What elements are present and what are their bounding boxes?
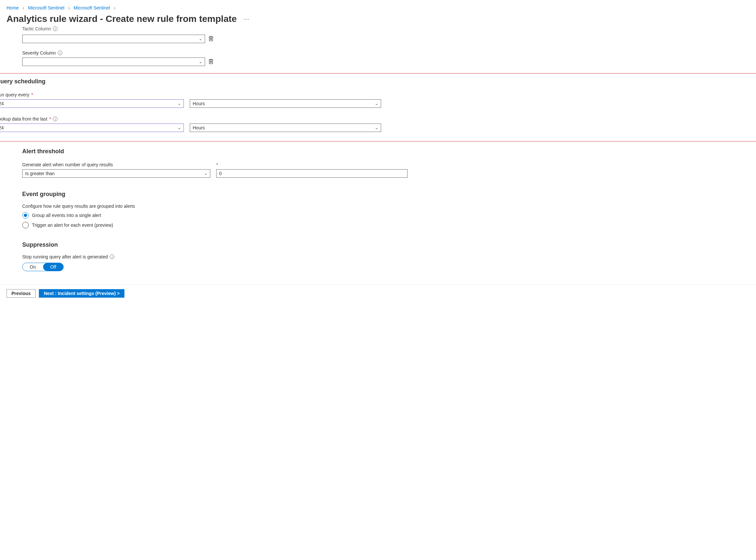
info-icon[interactable]: i <box>110 255 114 259</box>
severity-column-select[interactable]: ⌄ <box>22 58 205 66</box>
info-icon[interactable]: i <box>53 26 58 31</box>
more-icon[interactable]: ⋯ <box>243 15 250 23</box>
event-grouping-heading: Event grouping <box>22 191 750 198</box>
event-grouping-desc: Configure how rule query results are gro… <box>22 203 750 209</box>
chevron-right-icon: › <box>68 5 70 11</box>
alert-threshold-heading: Alert threshold <box>22 148 750 155</box>
page-title: Analytics rule wizard - Create new rule … <box>6 14 237 24</box>
query-scheduling-heading: Query scheduling <box>0 78 756 85</box>
info-icon[interactable]: i <box>53 117 58 121</box>
footer-actions: Previous Next : Incident settings (Previ… <box>0 284 756 311</box>
required-asterisk: * <box>216 162 218 167</box>
tactic-column-label: Tactic Column i <box>22 26 750 32</box>
run-query-every-label: Run query every* <box>0 92 756 97</box>
breadcrumb: Home › Microsoft Sentinel › Microsoft Se… <box>6 5 750 11</box>
run-query-every-unit[interactable]: Hours ⌄ <box>190 99 381 108</box>
radio-icon <box>22 212 29 219</box>
grouping-option-single[interactable]: Group all events into a single alert <box>22 212 750 219</box>
tactic-column-select[interactable]: ⌄ <box>22 35 205 43</box>
chevron-down-icon: ⌄ <box>178 101 181 106</box>
breadcrumb-sentinel-2[interactable]: Microsoft Sentinel <box>74 5 110 11</box>
chevron-down-icon: ⌄ <box>178 125 181 130</box>
suppression-toggle[interactable]: On Off <box>22 263 64 271</box>
lookup-data-unit[interactable]: Hours ⌄ <box>190 123 381 132</box>
breadcrumb-home[interactable]: Home <box>6 5 19 11</box>
chevron-down-icon: ⌄ <box>199 59 202 64</box>
threshold-value-input[interactable]: 0 <box>216 169 408 178</box>
grouping-option-each[interactable]: Trigger an alert for each event (preview… <box>22 222 750 228</box>
chevron-down-icon: ⌄ <box>375 125 378 130</box>
previous-button[interactable]: Previous <box>6 289 36 298</box>
chevron-right-icon: › <box>22 5 24 11</box>
radio-icon <box>22 222 29 228</box>
severity-column-label: Severity Column i <box>22 50 750 56</box>
run-query-every-value[interactable]: 24 ⌄ <box>0 99 184 108</box>
threshold-operator-select[interactable]: Is greater than ⌄ <box>22 169 210 178</box>
info-icon[interactable]: i <box>58 51 62 55</box>
lookup-data-label: Lookup data from the last* i <box>0 116 756 122</box>
query-scheduling-highlight: Query scheduling Run query every* 24 ⌄ H… <box>0 73 756 141</box>
chevron-right-icon: › <box>114 5 116 11</box>
chevron-down-icon: ⌄ <box>199 37 202 41</box>
toggle-on: On <box>22 263 43 271</box>
suppression-label: Stop running query after alert is genera… <box>22 254 750 259</box>
delete-icon[interactable] <box>208 36 213 42</box>
chevron-down-icon: ⌄ <box>204 171 207 176</box>
next-button[interactable]: Next : Incident settings (Preview) > <box>39 289 124 298</box>
breadcrumb-sentinel-1[interactable]: Microsoft Sentinel <box>28 5 64 11</box>
threshold-label: Generate alert when number of query resu… <box>22 162 210 167</box>
lookup-data-value[interactable]: 24 ⌄ <box>0 123 184 132</box>
suppression-heading: Suppression <box>22 241 750 248</box>
toggle-off: Off <box>43 263 63 271</box>
chevron-down-icon: ⌄ <box>375 101 378 106</box>
delete-icon[interactable] <box>208 59 213 65</box>
